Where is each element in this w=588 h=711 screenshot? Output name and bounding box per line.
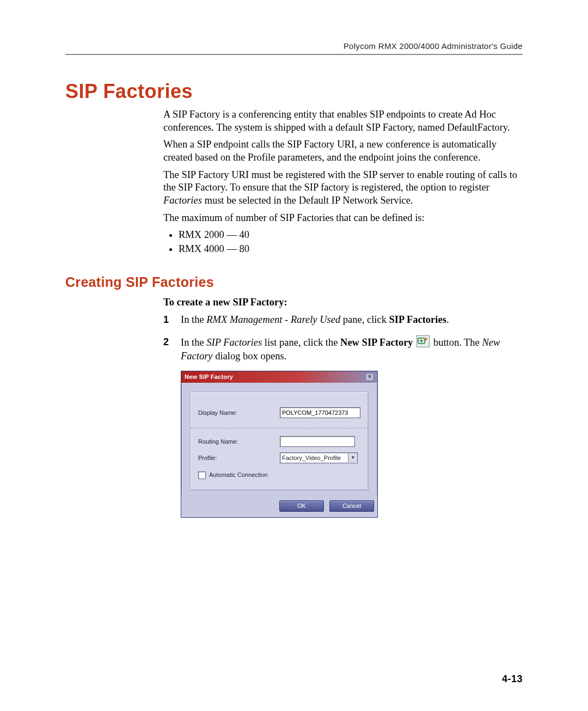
routing-name-input[interactable]	[280, 436, 355, 447]
list-item: RMX 2000 — 40	[179, 229, 523, 242]
text-bold: New SIP Factory	[340, 337, 413, 348]
routing-name-field: Routing Name:	[198, 436, 360, 447]
text-italic: SIP Factories	[206, 337, 262, 348]
text: The SIP Factory URI must be registered w…	[163, 169, 517, 193]
step-number: 2	[163, 335, 169, 348]
dialog-body: Display Name: Routing Name: Profile:	[181, 383, 377, 495]
close-icon[interactable]: ×	[365, 373, 374, 381]
header-rule	[65, 54, 523, 55]
text: must be selected in the Default IP Netwo…	[202, 195, 413, 206]
steps-list: 1 In the RMX Management - Rarely Used pa…	[163, 313, 523, 518]
chevron-down-icon: ▾	[348, 453, 357, 462]
list-item: RMX 4000 — 80	[179, 243, 523, 256]
text: button. The	[433, 337, 482, 348]
step-item: 2 In the SIP Factories list pane, click …	[163, 335, 523, 518]
step-number: 1	[163, 313, 169, 326]
page-number: 4-13	[502, 673, 523, 685]
dialog-titlebar: New SIP Factory ×	[181, 371, 377, 383]
text: In the	[181, 314, 206, 325]
text: list pane, click the	[262, 337, 340, 348]
dialog-button-bar: OK Cancel	[181, 495, 377, 517]
subsection-title: Creating SIP Factories	[65, 273, 523, 291]
display-name-field: Display Name:	[198, 407, 360, 418]
automatic-connection-checkbox[interactable]: Automatic Connection	[198, 471, 360, 479]
cancel-button[interactable]: Cancel	[329, 500, 374, 512]
text-italic: RMX Management - Rarely Used	[206, 314, 340, 325]
text-italic: Factories	[163, 195, 202, 206]
profile-select[interactable]: Factory_Video_Profile ▾	[280, 452, 358, 463]
checkbox-box	[198, 471, 206, 479]
panel-separator	[191, 428, 368, 428]
dialog-title-text: New SIP Factory	[185, 373, 233, 381]
dialog-screenshot: New SIP Factory × Display Name:	[181, 371, 523, 518]
display-name-input[interactable]	[280, 407, 360, 418]
text: .	[446, 314, 449, 325]
text: In the	[181, 337, 206, 348]
document-page: Polycom RMX 2000/4000 Administrator's Gu…	[0, 0, 588, 711]
new-sip-factory-icon	[416, 335, 430, 347]
select-value: Factory_Video_Profile	[282, 454, 341, 462]
text: dialog box opens.	[213, 351, 287, 361]
checkbox-label: Automatic Connection	[209, 471, 268, 479]
dialog-panel: Display Name: Routing Name: Profile:	[190, 391, 369, 491]
section-body: A SIP Factory is a conferencing entity t…	[163, 108, 523, 518]
bullet-list: RMX 2000 — 40 RMX 4000 — 80	[163, 229, 523, 255]
ok-button[interactable]: OK	[279, 500, 324, 512]
step-item: 1 In the RMX Management - Rarely Used pa…	[163, 313, 523, 327]
section-title: SIP Factories	[65, 80, 523, 103]
text-bold: SIP Factories	[389, 314, 446, 325]
field-label: Routing Name:	[198, 438, 280, 446]
profile-field: Profile: Factory_Video_Profile ▾	[198, 452, 360, 463]
running-header: Polycom RMX 2000/4000 Administrator's Gu…	[65, 41, 523, 51]
steps-heading: To create a new SIP Factory:	[163, 296, 523, 309]
field-label: Display Name:	[198, 409, 280, 417]
paragraph: A SIP Factory is a conferencing entity t…	[163, 108, 523, 134]
field-label: Profile:	[198, 454, 280, 462]
paragraph: When a SIP endpoint calls the SIP Factor…	[163, 138, 523, 164]
text: pane, click	[340, 314, 389, 325]
new-sip-factory-dialog: New SIP Factory × Display Name:	[181, 371, 378, 518]
paragraph: The SIP Factory URI must be registered w…	[163, 169, 523, 207]
paragraph: The maximum of number of SIP Factories t…	[163, 212, 523, 225]
